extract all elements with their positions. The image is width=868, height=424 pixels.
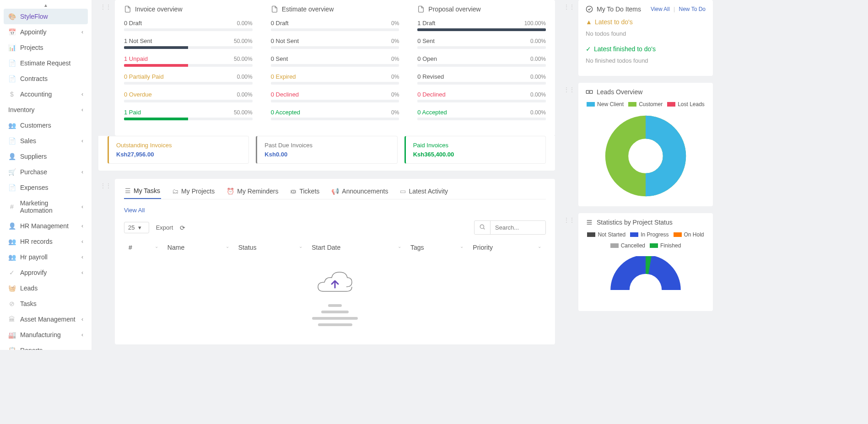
list-icon xyxy=(586,219,593,226)
tab-tickets[interactable]: 🎟Tickets xyxy=(289,183,320,199)
page-size-select[interactable]: 25 ▾ xyxy=(124,222,149,233)
legend-swatch xyxy=(587,102,595,107)
tab-icon: 🎟 xyxy=(290,188,297,195)
overview-card: Estimate overview0 Draft0%0 Not Sent0%0 … xyxy=(262,0,409,136)
export-button[interactable]: Export xyxy=(156,224,173,231)
nav-label: Customers xyxy=(20,122,51,129)
card-title: Proposal overview xyxy=(428,5,480,13)
nav-label: Estimate Request xyxy=(20,59,71,67)
summary-title: Outstanding Invoices xyxy=(116,142,241,149)
tab-my-reminders[interactable]: ⏰My Reminders xyxy=(226,183,279,199)
stat-percent: 0.00% xyxy=(237,91,253,98)
sidebar-item-inventory[interactable]: Inventory‹ xyxy=(4,102,88,118)
tasks-table: #⌄Name⌄Status⌄Start Date⌄Tags⌄Priority⌄ xyxy=(124,240,546,255)
nav-label: Sales xyxy=(20,137,36,145)
tab-my-projects[interactable]: 🗂My Projects xyxy=(171,183,216,199)
stat-label: 0 Open xyxy=(417,55,437,62)
leads-donut-chart xyxy=(604,115,687,197)
finished-empty-text: No finished todos found xyxy=(586,57,706,64)
refresh-icon[interactable]: ⟳ xyxy=(180,224,185,231)
project-status-widget: Statistics by Project Status Not Started… xyxy=(578,213,713,311)
scroll-up-icon[interactable]: ▲ xyxy=(4,2,88,9)
nav-label: StyleFlow xyxy=(20,13,48,20)
stat-label: 0 Partially Paid xyxy=(124,73,164,80)
empty-state xyxy=(124,255,546,340)
stat-percent: 0.00% xyxy=(530,38,546,44)
drag-handle-icon[interactable]: ⋮⋮ xyxy=(562,86,577,93)
column-header[interactable]: Tags⌄ xyxy=(406,240,468,255)
drag-handle-icon[interactable]: ⋮⋮ xyxy=(98,182,113,189)
sidebar-item-manufacturing[interactable]: 🏭Manufacturing‹ xyxy=(4,327,88,343)
search-icon[interactable] xyxy=(474,221,491,234)
column-header[interactable]: #⌄ xyxy=(124,240,163,255)
stat-percent: 0.00% xyxy=(530,91,546,98)
tab-my-tasks[interactable]: ☰My Tasks xyxy=(124,183,161,199)
sidebar: ▲ 🎨StyleFlow📅Appointly‹📊Projects📄Estimat… xyxy=(0,0,92,350)
stat-label: 0 Sent xyxy=(417,38,435,44)
nav-label: Purchase xyxy=(20,168,47,176)
legend-item: Lost Leads xyxy=(667,101,705,107)
card-title: Invoice overview xyxy=(135,5,183,13)
overview-card: Invoice overview0 Draft0.00%1 Not Sent50… xyxy=(115,0,262,136)
sort-icon: ⌄ xyxy=(155,244,158,249)
dollar-icon: $ xyxy=(8,91,16,98)
legend-swatch xyxy=(610,243,619,248)
new-todo-link[interactable]: New To Do xyxy=(679,6,706,12)
sort-icon: ⌄ xyxy=(299,244,302,249)
stat-label: 0 Declined xyxy=(417,91,445,98)
sidebar-item-asset-management[interactable]: 🏛Asset Management‹ xyxy=(4,311,88,327)
sidebar-item-appointly[interactable]: 📅Appointly‹ xyxy=(4,24,88,40)
sidebar-item-customers[interactable]: 👥Customers xyxy=(4,118,88,133)
column-header[interactable]: Name⌄ xyxy=(163,240,234,255)
stat-label: 0 Revised xyxy=(417,73,444,80)
sidebar-item-hr-records[interactable]: 👥HR records‹ xyxy=(4,234,88,249)
file-icon xyxy=(417,5,425,13)
sidebar-item-reports[interactable]: 📋Reports xyxy=(4,343,88,350)
sidebar-item-hr-management[interactable]: 👤HR Management‹ xyxy=(4,218,88,234)
view-all-link[interactable]: View All xyxy=(651,6,670,12)
column-header[interactable]: Status⌄ xyxy=(234,240,307,255)
sidebar-item-projects[interactable]: 📊Projects xyxy=(4,40,88,55)
sidebar-item-suppliers[interactable]: 👤Suppliers xyxy=(4,149,88,164)
search-input[interactable] xyxy=(491,221,545,234)
sidebar-item-estimate-request[interactable]: 📄Estimate Request xyxy=(4,55,88,71)
drag-handle-icon[interactable]: ⋮⋮ xyxy=(98,4,113,10)
users-icon: 👥 xyxy=(8,238,16,245)
todos-empty-text: No todos found xyxy=(586,30,706,37)
view-all-link[interactable]: View All xyxy=(124,207,145,214)
sidebar-item-accounting[interactable]: $Accounting‹ xyxy=(4,86,88,102)
sidebar-item-contracts[interactable]: 📄Contracts xyxy=(4,71,88,86)
column-header[interactable]: Start Date⌄ xyxy=(307,240,406,255)
column-header[interactable]: Priority⌄ xyxy=(468,240,546,255)
tab-icon: ▭ xyxy=(400,188,406,195)
user-circle-icon: 👤 xyxy=(8,222,16,230)
search-box xyxy=(474,220,546,235)
warning-icon: ▲ xyxy=(586,18,592,26)
legend-swatch xyxy=(667,102,675,107)
sidebar-item-approvify[interactable]: ✓Approvify‹ xyxy=(4,265,88,280)
right-column: ⋮⋮ My To Do Items View All | New To Do ▲ xyxy=(562,0,717,350)
sidebar-item-expenses[interactable]: 📄Expenses xyxy=(4,180,88,195)
legend-label: On Hold xyxy=(684,231,704,238)
sidebar-item-sales[interactable]: 📄Sales‹ xyxy=(4,133,88,149)
check-icon: ✓ xyxy=(586,45,591,53)
tasks-panel: ☰My Tasks🗂My Projects⏰My Reminders🎟Ticke… xyxy=(115,179,555,344)
drag-handle-icon[interactable]: ⋮⋮ xyxy=(562,217,577,223)
drag-handle-icon[interactable]: ⋮⋮ xyxy=(562,4,577,10)
stat-percent: 0.00% xyxy=(237,74,253,80)
factory-icon: 🏭 xyxy=(8,331,16,338)
cash-icon xyxy=(586,88,593,96)
sidebar-item-purchase[interactable]: 🛒Purchase‹ xyxy=(4,164,88,180)
tab-announcements[interactable]: 📢Announcements xyxy=(330,183,389,199)
tab-latest-activity[interactable]: ▭Latest Activity xyxy=(399,183,449,199)
chevron-left-icon: ‹ xyxy=(81,107,83,113)
sidebar-item-marketing-automation[interactable]: #Marketing Automation‹ xyxy=(4,195,88,218)
stat-label: 0 Not Sent xyxy=(271,38,299,44)
sidebar-item-tasks[interactable]: ⊘Tasks xyxy=(4,296,88,311)
sidebar-item-leads[interactable]: 🧺Leads xyxy=(4,280,88,296)
stat-percent: 0% xyxy=(391,91,399,98)
legend-swatch xyxy=(587,232,595,237)
chevron-left-icon: ‹ xyxy=(81,29,83,35)
sidebar-item-styleflow[interactable]: 🎨StyleFlow xyxy=(4,9,88,24)
sidebar-item-hr-payroll[interactable]: 👥Hr payroll‹ xyxy=(4,249,88,265)
